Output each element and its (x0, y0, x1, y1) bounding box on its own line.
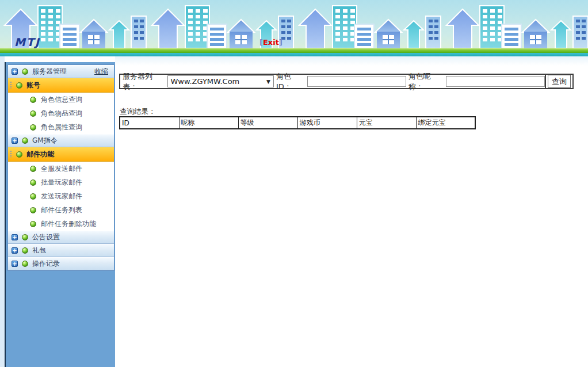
header-banner: MTJ [Exit] (0, 0, 588, 56)
sidebar-item-mail-task-delete[interactable]: 邮件任务删除功能 (8, 217, 114, 231)
query-form: 服务器列表： Www.ZGYMW.Com ▼ 角色ID： 角色呢称： 查询 (119, 74, 574, 89)
green-orb-icon (22, 261, 28, 267)
sidebar-item-role-info-query[interactable]: 角色信息查询 (8, 93, 114, 106)
sidebar-item-send-all-server-mail[interactable]: 全服发送邮件 (8, 162, 114, 175)
sidebar-item-label: 邮件任务列表 (41, 205, 82, 215)
tree-dots-icon (10, 150, 12, 158)
sidebar-item-batch-player-mail[interactable]: 批量玩家邮件 (8, 175, 114, 189)
sidebar-item-label: 批量玩家邮件 (41, 178, 82, 188)
sidebar-item-label: 礼包 (32, 246, 46, 255)
sidebar-item-role-item-query[interactable]: 角色物品查询 (8, 106, 114, 120)
sidebar-item-label: 服务器管理 (32, 67, 67, 77)
exit-label: Exit (263, 38, 279, 47)
sidebar-item-announcement-settings[interactable]: + 公告设置 (8, 231, 114, 244)
sidebar: + 服务器管理 收缩 账号 角色信息查询 角色物品查询 角色属性查询 (0, 56, 115, 367)
expand-plus-icon[interactable]: + (12, 234, 18, 240)
sidebar-left-strip (0, 56, 5, 367)
sidebar-item-label: 邮件功能 (26, 150, 54, 159)
query-form-fields: 服务器列表： Www.ZGYMW.Com ▼ 角色ID： 角色呢称： (120, 75, 545, 88)
green-orb-icon (30, 207, 36, 213)
sidebar-item-label: 角色物品查询 (41, 109, 82, 118)
green-orb-icon (30, 179, 36, 186)
column-header-game-coins: 游戏币 (297, 117, 357, 129)
sidebar-item-label: 角色信息查询 (41, 95, 82, 105)
role-nickname-input[interactable] (446, 76, 545, 87)
column-header-level: 等级 (238, 117, 297, 129)
sidebar-item-role-attribute-query[interactable]: 角色属性查询 (8, 120, 114, 134)
column-header-bound-yuanbao: 绑定元宝 (416, 117, 475, 129)
sidebar-item-gift-package[interactable]: + 礼包 (8, 244, 114, 257)
results-table: ID 呢称 等级 游戏币 元宝 绑定元宝 (119, 116, 476, 129)
green-orb-icon (30, 221, 36, 227)
sidebar-item-account[interactable]: 账号 (8, 78, 114, 93)
sidebar-item-send-player-mail[interactable]: 发送玩家邮件 (8, 189, 114, 203)
green-orb-icon (30, 97, 36, 103)
sidebar-menu: + 服务器管理 收缩 账号 角色信息查询 角色物品查询 角色属性查询 (7, 64, 114, 271)
green-orb-icon (22, 247, 28, 254)
header-green-strip (0, 48, 588, 53)
results-table-header-row: ID 呢称 等级 游戏币 元宝 绑定元宝 (120, 117, 475, 129)
green-orb-icon (30, 193, 36, 200)
green-orb-icon (16, 82, 22, 89)
sidebar-item-label: 操作记录 (32, 259, 60, 269)
expand-plus-icon[interactable]: + (12, 261, 18, 267)
role-id-label: 角色ID： (276, 71, 305, 92)
sidebar-item-label: 邮件任务删除功能 (41, 219, 96, 229)
sidebar-item-mail-function[interactable]: 邮件功能 (8, 147, 114, 162)
server-select-value: Www.ZGYMW.Com (171, 77, 240, 86)
cityscape-illustration (0, 0, 588, 48)
tree-dots-icon (10, 81, 12, 89)
column-header-nickname: 呢称 (179, 117, 238, 129)
sidebar-item-server-management[interactable]: + 服务器管理 收缩 (8, 65, 114, 78)
logo: MTJ (14, 36, 40, 48)
expand-plus-icon[interactable]: + (12, 68, 18, 75)
green-orb-icon (30, 124, 36, 131)
sidebar-item-operation-records[interactable]: + 操作记录 (8, 257, 114, 270)
expand-plus-icon[interactable]: + (12, 247, 18, 254)
query-button[interactable]: 查询 (548, 75, 571, 88)
sidebar-item-label: 发送玩家邮件 (41, 192, 82, 201)
sidebar-item-gm-command[interactable]: + GM指令 (8, 134, 114, 147)
exit-link[interactable]: [Exit] (259, 38, 282, 47)
role-id-input[interactable] (307, 76, 406, 87)
query-button-cell: 查询 (545, 75, 572, 88)
green-orb-icon (30, 166, 36, 172)
green-orb-icon (22, 234, 28, 240)
query-results-label: 查询结果： (120, 107, 156, 117)
column-header-yuanbao: 元宝 (357, 117, 416, 129)
dropdown-arrow-icon: ▼ (266, 79, 270, 85)
sidebar-item-label: 公告设置 (32, 232, 60, 242)
column-header-id: ID (120, 117, 179, 129)
green-orb-icon (22, 137, 28, 144)
server-select[interactable]: Www.ZGYMW.Com ▼ (167, 75, 274, 87)
sidebar-item-label: 账号 (26, 81, 40, 90)
sidebar-item-label: 全服发送邮件 (41, 164, 82, 174)
green-orb-icon (30, 110, 36, 117)
collapse-link[interactable]: 收缩 (94, 67, 108, 77)
expand-plus-icon[interactable]: + (12, 137, 18, 144)
green-orb-icon (22, 68, 28, 75)
sidebar-item-label: 角色属性查询 (41, 123, 82, 132)
sidebar-item-mail-task-list[interactable]: 邮件任务列表 (8, 203, 114, 217)
role-nickname-label: 角色呢称： (408, 71, 444, 92)
green-orb-icon (16, 151, 22, 158)
sidebar-item-label: GM指令 (32, 136, 58, 146)
server-list-label: 服务器列表： (123, 71, 165, 92)
main-content: 服务器列表： Www.ZGYMW.Com ▼ 角色ID： 角色呢称： 查询 查询… (115, 56, 588, 367)
exit-close-bracket: ] (279, 38, 282, 47)
